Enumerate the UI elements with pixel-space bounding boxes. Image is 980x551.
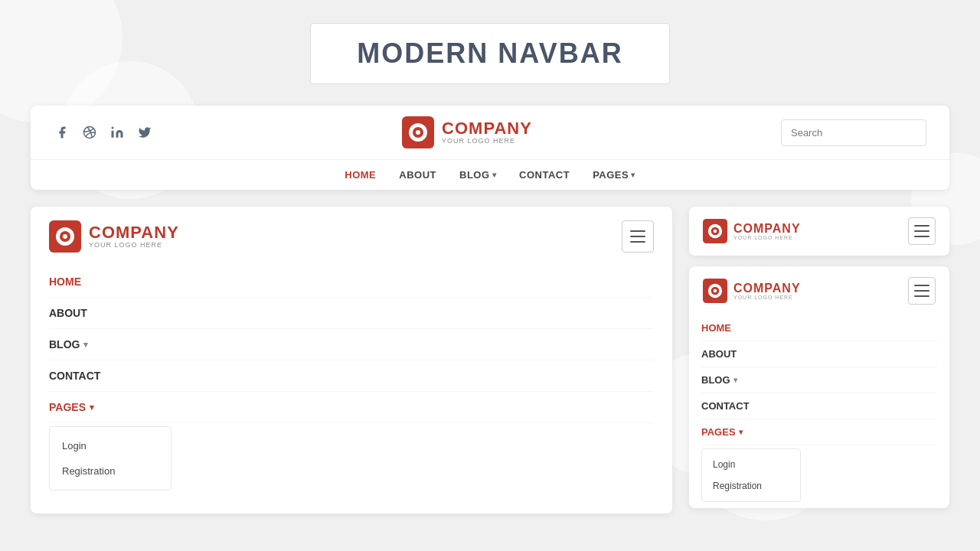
right-top-logo[interactable]: COMPANY YOUR LOGO HERE (703, 219, 801, 243)
left-nav-blog[interactable]: BLOG ▾ (49, 329, 654, 360)
right-bottom-hamburger-lines (914, 285, 929, 297)
right-dropdown-registration[interactable]: Registration (702, 475, 800, 497)
right-bottom-pages-dropdown: Login Registration (701, 448, 801, 502)
right-top-hamburger-lines (914, 225, 929, 237)
left-hamburger-button[interactable] (622, 220, 654, 253)
right-bottom-nav-home[interactable]: HOME (701, 315, 937, 341)
svg-point-6 (416, 130, 420, 135)
left-logo-tagline: YOUR LOGO HERE (89, 241, 179, 249)
svg-point-20 (714, 289, 717, 293)
right-bottom-nav-blog[interactable]: BLOG ▾ (701, 367, 937, 393)
left-card: COMPANY YOUR LOGO HERE HOME ABOUT BLOG (31, 207, 672, 514)
right-bottom-nav-menu: HOME ABOUT BLOG ▾ CONTACT PAGES ▾ Login … (689, 315, 949, 502)
right-top-ham-3 (914, 236, 929, 237)
top-logo-company: COMPANY (442, 120, 532, 137)
right-blog-chevron: ▾ (733, 376, 737, 384)
left-navbar-header: COMPANY YOUR LOGO HERE (31, 207, 672, 266)
top-logo-text: COMPANY YOUR LOGO HERE (442, 120, 532, 145)
pages-dropdown-chevron: ▾ (90, 403, 94, 412)
left-logo-company: COMPANY (89, 224, 179, 241)
left-nav-contact[interactable]: CONTACT (49, 360, 654, 392)
right-top-tagline: YOUR LOGO HERE (733, 235, 801, 240)
svg-point-2 (112, 127, 114, 129)
left-dropdown-login[interactable]: Login (50, 433, 171, 458)
right-dropdown-login[interactable]: Login (702, 454, 800, 475)
ham-line-1 (630, 230, 645, 232)
top-logo[interactable]: COMPANY YOUR LOGO HERE (402, 116, 532, 148)
right-bottom-header: COMPANY YOUR LOGO HERE (689, 266, 949, 315)
top-logo-tagline: YOUR LOGO HERE (442, 137, 532, 145)
linkedin-icon[interactable] (109, 124, 126, 141)
page-title: MODERN NAVBAR (357, 37, 622, 70)
pages-chevron-icon: ▾ (631, 171, 635, 179)
right-top-ham-2 (914, 230, 929, 232)
blog-chevron-icon: ▾ (492, 171, 497, 179)
hamburger-lines (630, 230, 645, 243)
right-top-ham-1 (914, 225, 929, 227)
right-bottom-nav-contact[interactable]: CONTACT (701, 393, 937, 419)
blog-dropdown-chevron: ▾ (83, 340, 88, 350)
right-bottom-logo-icon (703, 279, 727, 303)
navbar-bottom-row: HOME ABOUT BLOG ▾ CONTACT PAGES ▾ (31, 160, 949, 190)
left-pages-dropdown: Login Registration (49, 426, 172, 491)
ham-line-2 (630, 236, 645, 237)
right-bottom-company: COMPANY (733, 282, 801, 295)
right-bottom-hamburger[interactable] (908, 277, 936, 305)
dribbble-icon[interactable] (81, 124, 98, 141)
svg-point-16 (714, 230, 717, 233)
left-nav-about[interactable]: ABOUT (49, 298, 654, 329)
nav-item-contact[interactable]: CONTACT (519, 169, 570, 181)
left-nav-pages[interactable]: PAGES ▾ (49, 392, 654, 423)
right-top-header: COMPANY YOUR LOGO HERE (689, 207, 949, 256)
right-bottom-nav-pages[interactable]: PAGES ▾ (701, 419, 937, 445)
social-icons-group (54, 124, 153, 141)
left-logo-text: COMPANY YOUR LOGO HERE (89, 224, 179, 249)
right-bottom-tagline: YOUR LOGO HERE (733, 295, 801, 300)
search-box (781, 119, 926, 146)
right-bottom-ham-3 (914, 295, 929, 297)
left-nav-menu: HOME ABOUT BLOG ▾ CONTACT PAGES ▾ Login … (31, 266, 672, 491)
svg-rect-1 (112, 131, 114, 138)
page-title-box: MODERN NAVBAR (310, 23, 669, 84)
twitter-icon[interactable] (136, 124, 153, 141)
top-logo-icon (402, 116, 434, 148)
search-input[interactable] (782, 122, 926, 144)
right-top-logo-icon (703, 219, 727, 243)
page-wrapper: MODERN NAVBAR (0, 0, 980, 551)
left-logo-icon (49, 220, 81, 253)
right-bottom-ham-1 (914, 285, 929, 286)
navbar-top-row: COMPANY YOUR LOGO HERE (31, 106, 949, 160)
right-bottom-navbar: COMPANY YOUR LOGO HERE HOME AB (689, 266, 949, 508)
ham-line-3 (630, 241, 645, 243)
left-dropdown-registration[interactable]: Registration (50, 458, 171, 484)
right-bottom-nav-about[interactable]: ABOUT (701, 341, 937, 367)
top-navbar: COMPANY YOUR LOGO HERE HOME ABOUT BLOG ▾… (31, 106, 949, 190)
right-top-hamburger[interactable] (908, 217, 936, 245)
bottom-section: COMPANY YOUR LOGO HERE HOME ABOUT BLOG (31, 207, 949, 514)
right-top-logo-text: COMPANY YOUR LOGO HERE (733, 223, 801, 240)
nav-item-about[interactable]: ABOUT (399, 169, 436, 181)
right-bottom-logo-text: COMPANY YOUR LOGO HERE (733, 282, 801, 300)
right-card: COMPANY YOUR LOGO HERE (689, 207, 949, 514)
right-pages-chevron: ▾ (739, 428, 743, 436)
nav-item-blog[interactable]: BLOG ▾ (459, 169, 496, 181)
nav-item-home[interactable]: HOME (345, 169, 376, 181)
nav-item-pages[interactable]: PAGES ▾ (593, 169, 635, 181)
facebook-icon[interactable] (54, 124, 70, 141)
right-top-company: COMPANY (733, 223, 801, 235)
right-top-navbar: COMPANY YOUR LOGO HERE (689, 207, 949, 256)
svg-point-12 (63, 234, 67, 239)
left-logo[interactable]: COMPANY YOUR LOGO HERE (49, 220, 179, 253)
right-bottom-ham-2 (914, 290, 929, 292)
right-bottom-logo[interactable]: COMPANY YOUR LOGO HERE (703, 279, 801, 303)
left-nav-home[interactable]: HOME (49, 266, 654, 298)
